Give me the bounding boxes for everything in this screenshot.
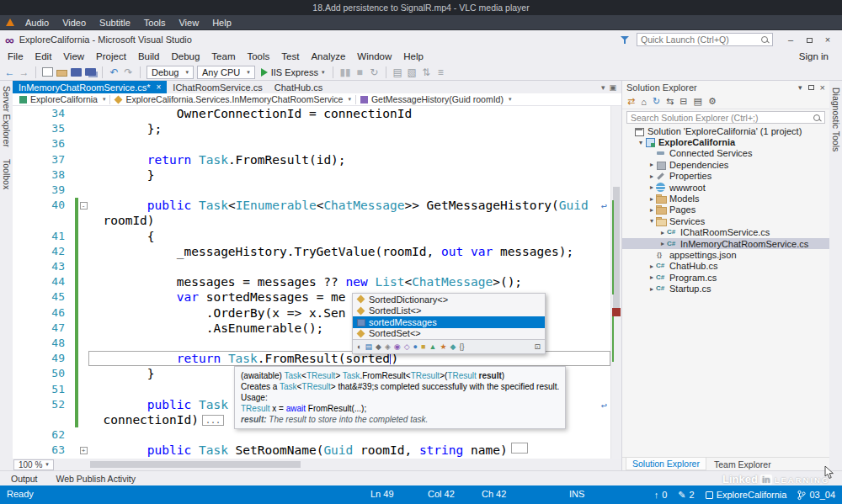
close-button[interactable]: × [818, 32, 837, 47]
show-all-files-icon[interactable]: ▤ [694, 96, 702, 107]
tree-item[interactable]: appsettings.json [622, 249, 829, 260]
nav-forward-icon[interactable]: → [19, 66, 29, 78]
editor-scrollbar[interactable] [610, 106, 621, 459]
start-debugging-button[interactable]: IIS Express▾ [258, 67, 328, 77]
nav-backward-icon[interactable]: ← [4, 66, 15, 78]
vlc-menu-subtitle[interactable]: Subtitle [93, 17, 137, 29]
vs-menu-build[interactable]: Build [132, 51, 166, 61]
video-frame[interactable]: ∞ ExploreCalifornia - Microsoft Visual S… [0, 30, 842, 504]
expand-region-icon[interactable]: + [80, 447, 88, 454]
vlc-menu-audio[interactable]: Audio [19, 17, 56, 29]
expand-icon[interactable]: ▸ [658, 229, 667, 236]
panel-tab-web-publish-activity[interactable]: Web Publish Activity [49, 473, 143, 485]
tree-item[interactable]: ▸ChatHub.cs [622, 261, 829, 272]
tree-item[interactable]: ▾ExploreCalifornia [622, 136, 829, 147]
refresh-icon[interactable]: ↻ [653, 96, 660, 107]
tab-list-icon[interactable]: ▣ [609, 83, 616, 92]
expand-icon[interactable]: ▸ [647, 206, 656, 214]
tree-item[interactable]: ▸Startup.cs [622, 283, 829, 294]
completion-item[interactable]: SortedDictionary<> [353, 294, 545, 305]
debug-target-dropdown[interactable]: Debug▾ [147, 66, 194, 79]
collapse-icon[interactable]: ▾ [647, 217, 656, 225]
filter-all-icon[interactable]: ◐ [357, 343, 361, 351]
code-line[interactable]: 63+ public Task SetRoomName(Guid roomId,… [13, 443, 621, 458]
tool-strip-tab-diagnostic-tools[interactable]: Diagnostic Tools [831, 88, 841, 151]
properties-icon[interactable]: ⚙ [708, 96, 717, 107]
chevron-down-icon[interactable]: ▾ [798, 83, 802, 92]
close-icon[interactable]: × [820, 82, 825, 93]
expand-icon[interactable]: ▸ [647, 285, 656, 293]
document-tab[interactable]: InMemoryChatRoomService.cs*× [13, 81, 167, 93]
filter-locals-icon[interactable]: ▤ [365, 343, 372, 351]
vs-menu-analyze[interactable]: Analyze [305, 51, 351, 61]
pending-edits-indicator[interactable]: ✎ 2 [678, 490, 694, 501]
zoom-control[interactable]: 100 % ▾ [13, 459, 54, 470]
completion-item[interactable]: SortedList<> [353, 305, 545, 317]
vs-menu-tools[interactable]: Tools [241, 51, 275, 61]
new-file-icon[interactable] [42, 67, 53, 77]
filter-enums-icon[interactable]: ★ [440, 343, 446, 351]
filter-structs-icon[interactable]: ▲ [429, 343, 436, 351]
vlc-menu-tools[interactable]: Tools [137, 17, 173, 29]
feedback-funnel-icon[interactable] [620, 34, 630, 45]
expand-icon[interactable]: ▸ [647, 161, 656, 168]
tree-item[interactable]: ▸Program.cs [622, 272, 829, 283]
pause-icon[interactable]: ▮▮ [339, 66, 350, 78]
completion-item[interactable]: sortedMessages [353, 316, 545, 328]
expand-icon[interactable]: ▸ [658, 240, 667, 247]
filter-snippets-icon[interactable]: ⊡ [534, 343, 541, 351]
chevron-down-icon[interactable]: ▾ [601, 83, 605, 92]
collapsed-code-box[interactable] [511, 443, 528, 454]
tree-item[interactable]: ▸Models [622, 193, 829, 204]
tool-strip-tab-server-explorer[interactable]: Server Explorer [2, 86, 12, 147]
code-editor[interactable]: 34 OwnerConnectionId = connectionId35 };… [13, 106, 621, 459]
sync-commits-indicator[interactable]: ↑ 0 [654, 490, 668, 500]
expand-icon[interactable]: ▸ [647, 263, 656, 270]
minimize-button[interactable]: – [781, 32, 800, 47]
tree-item[interactable]: ▾Services [622, 215, 829, 226]
vlc-menu-help[interactable]: Help [205, 17, 238, 29]
code-line[interactable]: 41 { [13, 229, 621, 244]
panel-tab-solution-explorer[interactable]: Solution Explorer [626, 458, 706, 470]
filter-extension-methods-icon[interactable]: ◇ [404, 343, 410, 351]
completion-item[interactable]: SortedSet<> [353, 328, 545, 340]
scrollbar-thumb[interactable] [613, 187, 620, 313]
sync-with-active-document-icon[interactable]: ⇆ [666, 96, 674, 107]
responsive-sync-icon[interactable]: ⇄ [627, 96, 635, 107]
sign-in-button[interactable]: Sign in [799, 51, 842, 61]
tree-item[interactable]: ▸Dependencies [622, 159, 829, 170]
filter-properties-icon[interactable]: ◈ [385, 343, 391, 351]
options-icon[interactable]: ≡ [435, 66, 446, 78]
vs-menu-debug[interactable]: Debug [165, 51, 205, 61]
code-line[interactable]: 42 _messageHistory.TryGetValue(roomId, o… [13, 244, 621, 259]
code-line[interactable]: 34 OwnerConnectionId = connectionId [13, 106, 621, 121]
vlc-menu-video[interactable]: Video [56, 17, 93, 29]
branch-indicator[interactable]: 03_04 [797, 490, 835, 501]
filter-interfaces-icon[interactable]: ● [413, 343, 418, 351]
filter-constants-icon[interactable]: ◆ [376, 343, 381, 351]
close-icon[interactable]: × [157, 83, 162, 92]
expand-icon[interactable]: ▸ [647, 183, 656, 191]
comment-icon[interactable]: ▧ [407, 66, 418, 78]
save-all-icon[interactable] [85, 68, 96, 76]
stop-icon[interactable]: ■ [354, 66, 365, 78]
code-line[interactable]: 62 [13, 427, 621, 443]
restart-icon[interactable]: ↻ [369, 66, 380, 78]
restore-button[interactable] [800, 32, 818, 47]
vlc-menu-view[interactable]: View [172, 17, 205, 29]
breadcrumb-segment[interactable]: GetMessageHistory(Guid roomId)▾ [358, 94, 514, 104]
filter-classes-icon[interactable]: ■ [421, 343, 425, 351]
float-window-icon[interactable] [808, 85, 814, 90]
quick-launch-input[interactable]: Quick Launch (Ctrl+Q) [637, 33, 773, 46]
sync-icon[interactable]: ⇅ [421, 66, 432, 78]
expand-icon[interactable]: ▸ [647, 273, 656, 281]
filter-delegates-icon[interactable]: ◆ [450, 343, 456, 351]
undo-icon[interactable]: ↶ [109, 66, 120, 78]
tree-item[interactable]: ▸Pages [622, 204, 829, 215]
vs-menu-view[interactable]: View [57, 51, 90, 61]
collapse-icon[interactable]: ▾ [637, 139, 645, 146]
filter-namespaces-icon[interactable]: {} [459, 343, 464, 351]
code-line[interactable]: 37 return Task.FromResult(id); [13, 152, 621, 167]
code-line[interactable]: 43 [13, 259, 621, 274]
solution-platform-dropdown[interactable]: Any CPU▾ [197, 66, 255, 79]
